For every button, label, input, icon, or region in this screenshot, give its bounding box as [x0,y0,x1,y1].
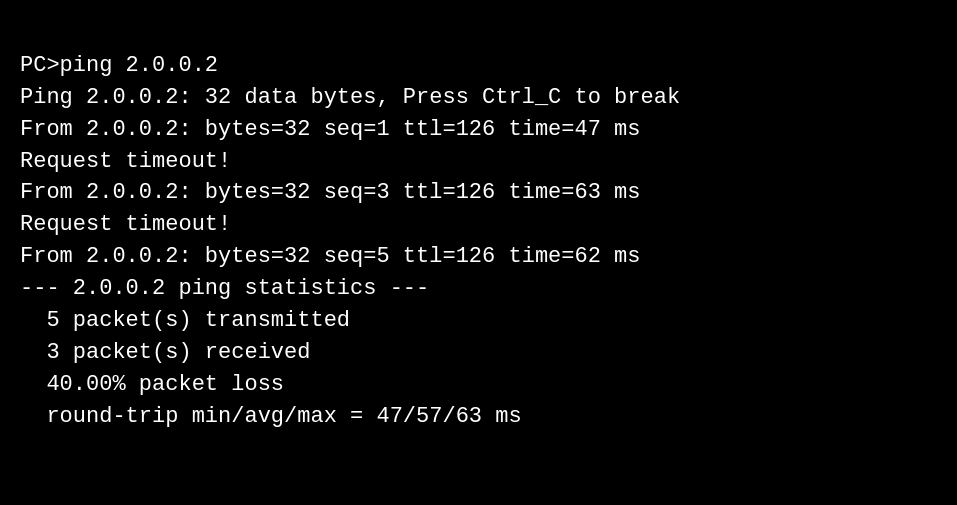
terminal-window: PC>ping 2.0.0.2Ping 2.0.0.2: 32 data byt… [0,0,957,505]
terminal-line-timeout2: Request timeout! [20,209,937,241]
terminal-line-command: PC>ping 2.0.0.2 [20,50,937,82]
terminal-line-round-trip: round-trip min/avg/max = 47/57/63 ms [20,401,937,433]
terminal-line-ping-header: Ping 2.0.0.2: 32 data bytes, Press Ctrl_… [20,82,937,114]
terminal-line-timeout1: Request timeout! [20,146,937,178]
terminal-line-reply1: From 2.0.0.2: bytes=32 seq=1 ttl=126 tim… [20,114,937,146]
terminal-line-reply3: From 2.0.0.2: bytes=32 seq=3 ttl=126 tim… [20,177,937,209]
terminal-line-packet-loss: 40.00% packet loss [20,369,937,401]
terminal-line-stats-header: --- 2.0.0.2 ping statistics --- [20,273,937,305]
terminal-line-received: 3 packet(s) received [20,337,937,369]
terminal-line-reply5: From 2.0.0.2: bytes=32 seq=5 ttl=126 tim… [20,241,937,273]
terminal-line-transmitted: 5 packet(s) transmitted [20,305,937,337]
